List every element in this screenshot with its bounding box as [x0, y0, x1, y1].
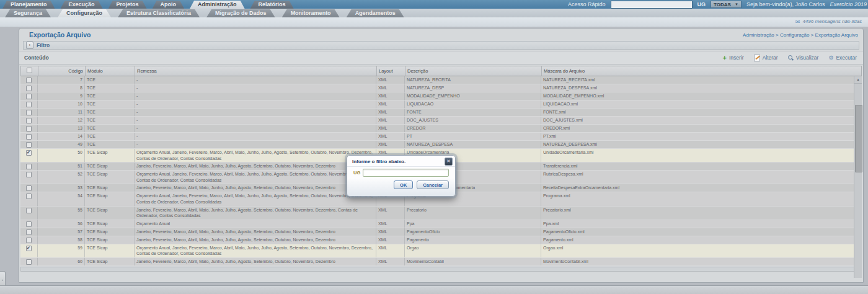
vertical-scrollbar[interactable]: ▴ [854, 76, 862, 278]
table-row[interactable]: 59 TCE Sicap Orçamento Anual, Janeiro, F… [20, 244, 856, 258]
cell-remessa: Janeiro, Fevereiro, Marco, Abril, Maio, … [135, 236, 376, 244]
row-checkbox[interactable] [26, 134, 32, 140]
sub-menu-tab[interactable]: Agendamentos [347, 9, 404, 17]
row-checkbox[interactable] [26, 110, 32, 115]
cell-modulo: TCE Sicap [85, 244, 135, 257]
execute-button[interactable]: ⚙ Executar [828, 55, 857, 61]
table-row[interactable]: 14 TCE - XML PT PT.xml [20, 133, 856, 141]
table-row[interactable]: 57 TCE Sicap Janeiro, Fevereiro, Marco, … [20, 228, 856, 236]
cell-mascara: Precatorio.xml [541, 207, 856, 220]
cell-descricao: NATUREZA_DESPESA [405, 141, 541, 148]
table-row[interactable]: 12 TCE - XML DOC_AJUSTES DOC_AJUSTES.xml [20, 117, 856, 125]
sub-menu-tab[interactable]: Segurança [5, 9, 51, 17]
table-row[interactable]: 10 TCE - XML LIQUIDACAO LIQUIDACAO.xml [20, 100, 856, 109]
ug-select[interactable]: TODAS ▼ [711, 1, 742, 8]
cell-layout: XML [376, 125, 405, 132]
cell-modulo: TCE [85, 109, 135, 116]
table-row[interactable]: 56 TCE Sicap Orçamento Anual XML Ppa Ppa… [20, 220, 856, 228]
row-checkbox[interactable] [26, 86, 32, 91]
edit-button[interactable]: Alterar [754, 55, 778, 61]
cell-layout: XML [376, 109, 405, 116]
cell-checkbox [20, 258, 38, 265]
header-codigo[interactable]: Código [38, 66, 86, 76]
header-layout[interactable]: Layout [377, 66, 405, 76]
select-all-checkbox[interactable] [27, 68, 32, 73]
cell-checkbox [20, 149, 38, 162]
table-row[interactable]: 58 TCE Sicap Janeiro, Fevereiro, Marco, … [20, 236, 856, 244]
content-label: Conteúdo [24, 55, 49, 61]
horizontal-scrollbar[interactable] [20, 267, 862, 272]
row-checkbox[interactable] [26, 259, 32, 265]
main-menu-tab[interactable]: Apoio [153, 1, 185, 9]
vertical-scrollbar-thumb[interactable] [855, 105, 862, 172]
cell-remessa: Janeiro, Fevereiro, Marco, Abril, Maio, … [135, 163, 376, 170]
row-checkbox[interactable] [26, 229, 32, 235]
main-menu-tab[interactable]: Execução [61, 1, 103, 9]
row-checkbox[interactable] [26, 150, 32, 156]
row-checkbox[interactable] [26, 185, 32, 191]
gear-icon: ⚙ [828, 55, 833, 61]
cell-modulo: TCE Sicap [85, 163, 135, 170]
table-row[interactable]: 11 TCE - XML FONTE FONTE.xml [20, 109, 856, 117]
header-remessa[interactable]: Remessa [135, 66, 377, 76]
row-checkbox[interactable] [26, 118, 32, 123]
row-checkbox[interactable] [26, 126, 32, 131]
sub-menu-tab[interactable]: Migração de Dados [206, 9, 275, 17]
insert-button[interactable]: + Inserir [723, 55, 744, 61]
row-checkbox[interactable] [26, 246, 32, 251]
table-row[interactable]: 55 TCE Sicap Janeiro, Fevereiro, Marco, … [20, 207, 856, 220]
dialog-ug-input[interactable] [363, 169, 449, 177]
cell-layout: XML [376, 133, 405, 140]
row-checkbox[interactable] [26, 208, 32, 213]
cell-mascara: PagamentoOficio.xml [541, 228, 856, 236]
cell-mascara: FONTE.xml [541, 109, 856, 116]
table-row[interactable]: 7 TCE - XML NATUREZA_RECEITA NATUREZA_RE… [20, 76, 856, 84]
welcome-text: Seja bem-vindo(a), João Carlos [746, 1, 825, 7]
breadcrumb[interactable]: Administração > Configuração > Exportaçã… [743, 32, 858, 38]
table-row[interactable]: 13 TCE - XML CREDOR CREDOR.xml [20, 125, 856, 133]
main-menu-tab[interactable]: Administração [190, 1, 245, 9]
main-menu-tab[interactable]: Relatórios [250, 1, 294, 9]
table-row[interactable]: 60 TCE Sicap Janeiro, Fevereiro, Marco, … [20, 258, 856, 266]
filter-expand-button[interactable]: › [26, 42, 33, 49]
view-button[interactable]: Visualizar [788, 55, 819, 61]
row-checkbox[interactable] [26, 94, 32, 99]
cell-remessa: Orçamento Anual, Janeiro, Fevereiro, Mar… [135, 192, 376, 205]
dialog-cancel-button[interactable]: Cancelar [417, 180, 449, 189]
cell-remessa: - [135, 141, 376, 148]
row-checkbox[interactable] [26, 142, 32, 148]
cell-codigo: 56 [38, 220, 85, 228]
cell-layout: XML [376, 84, 405, 92]
dialog-close-button[interactable]: ✕ [445, 158, 453, 166]
sub-menu-tab[interactable]: Estrutura Classificatória [118, 9, 200, 17]
cell-mascara: MODALIDADE_EMPENHO.xml [541, 92, 856, 100]
table-row[interactable]: 49 TCE - XML NATUREZA_DESPESA NATUREZA_D… [20, 141, 856, 149]
chevron-down-icon: ▼ [735, 2, 738, 6]
quick-access-input[interactable] [611, 1, 693, 9]
unread-messages[interactable]: ✉ 4496 mensagens não lidas [795, 19, 862, 24]
dialog-ok-button[interactable]: OK [394, 180, 413, 189]
cell-mascara: PT.xml [541, 133, 856, 140]
row-checkbox[interactable] [26, 172, 32, 177]
row-checkbox[interactable] [26, 164, 32, 169]
main-menu-tab[interactable]: Planejamento [2, 1, 55, 9]
scroll-up-arrow-icon[interactable]: ▴ [854, 76, 862, 84]
cell-checkbox [20, 100, 38, 108]
table-row[interactable]: 9 TCE - XML MODALIDADE_EMPENHO MODALIDAD… [20, 92, 856, 100]
main-menu-tab[interactable]: Projetos [108, 1, 147, 9]
sub-menu-tab[interactable]: Monitoramento [282, 9, 340, 17]
row-checkbox[interactable] [26, 238, 32, 243]
header-mascara[interactable]: Máscara do Arquivo [542, 66, 861, 76]
table-row[interactable]: 8 TCE - XML NATUREZA_DESP NATUREZA_DESPE… [20, 84, 856, 92]
sub-menu-tab[interactable]: Configuração [58, 9, 111, 17]
row-checkbox[interactable] [26, 102, 32, 107]
row-checkbox[interactable] [26, 194, 32, 199]
bottom-status-bar [0, 285, 868, 294]
row-checkbox[interactable] [26, 78, 32, 83]
header-descricao[interactable]: Descrição [405, 66, 542, 76]
row-checkbox[interactable] [26, 221, 32, 227]
cell-checkbox [20, 244, 38, 257]
cell-mascara: NATUREZA_DESPESA.xml [541, 84, 856, 92]
cell-remessa: - [135, 100, 376, 108]
header-modulo[interactable]: Módulo [86, 66, 135, 76]
